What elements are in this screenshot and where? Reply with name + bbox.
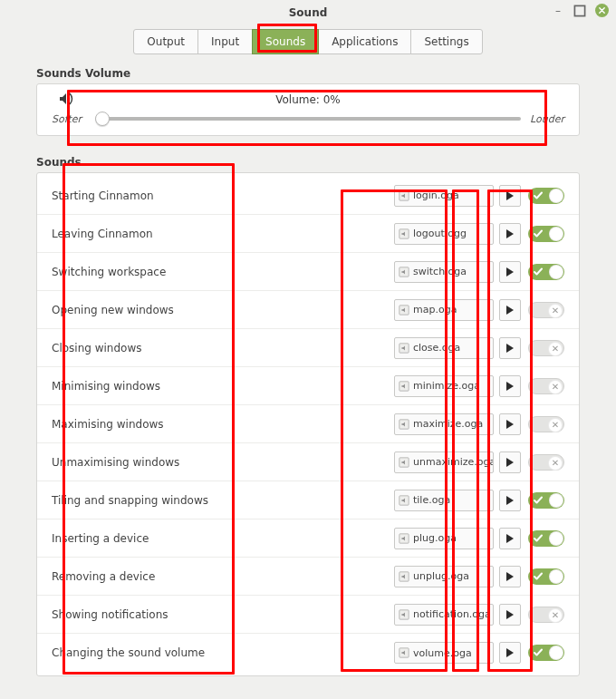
tab-sounds[interactable]: Sounds [252, 29, 319, 54]
sound-file-chooser[interactable]: plug.oga [394, 528, 494, 549]
sound-file-name: minimize.oga [413, 380, 480, 392]
audio-file-icon [399, 647, 409, 658]
tab-input[interactable]: Input [197, 29, 253, 54]
play-button[interactable] [499, 642, 521, 664]
sounds-section: Sounds Starting Cinnamonlogin.ogaLeaving… [36, 156, 580, 676]
sound-file-chooser[interactable]: map.oga [394, 299, 494, 321]
svg-marker-22 [506, 572, 514, 581]
audio-file-icon [399, 305, 409, 316]
check-icon [534, 647, 543, 660]
tab-applications[interactable]: Applications [318, 29, 411, 54]
audio-file-icon [399, 228, 409, 239]
sound-toggle[interactable] [528, 530, 564, 547]
sound-file-chooser[interactable]: volume.oga [394, 642, 494, 664]
sound-label: Minimising windows [52, 380, 305, 393]
volume-slider[interactable] [95, 112, 521, 126]
sound-file-chooser[interactable]: close.oga [394, 337, 494, 359]
play-button[interactable] [499, 604, 521, 626]
play-button[interactable] [499, 490, 521, 511]
svg-rect-0 [574, 5, 584, 15]
sounds-section-title: Sounds [36, 156, 580, 169]
sound-toggle[interactable] [528, 645, 564, 661]
minimize-button[interactable]: – [552, 5, 564, 17]
maximize-button[interactable] [573, 5, 586, 17]
sound-toggle[interactable] [528, 492, 564, 509]
sound-file-name: tile.oga [413, 494, 450, 506]
volume-slider-thumb[interactable] [95, 112, 110, 126]
svg-marker-16 [506, 458, 514, 467]
sound-toggle[interactable]: ✕ [528, 416, 564, 432]
play-button[interactable] [499, 299, 521, 321]
sound-file-chooser[interactable]: minimize.oga [394, 375, 494, 397]
sound-row: Removing a deviceunplug.oga [37, 558, 579, 596]
svg-marker-18 [506, 496, 514, 505]
volume-card: Volume: 0% Softer Louder [36, 83, 580, 136]
sound-file-name: login.oga [413, 189, 459, 201]
volume-slider-row: Softer Louder [52, 112, 564, 126]
sound-file-chooser[interactable]: notification.oga [394, 604, 494, 626]
sound-label: Maximising windows [52, 418, 305, 431]
svg-marker-14 [506, 420, 514, 429]
sound-file-name: map.oga [413, 304, 457, 316]
sound-label: Showing notifications [52, 608, 305, 621]
sound-label: Changing the sound volume [52, 646, 305, 659]
sound-toggle[interactable]: ✕ [528, 454, 564, 471]
titlebar: Sound – [0, 0, 616, 25]
volume-section: Sounds Volume Volume: 0% Softer Louder [36, 67, 580, 136]
window-controls: – [552, 4, 609, 17]
sound-row: Closing windowsclose.oga✕ [37, 329, 579, 367]
sound-file-chooser[interactable]: switch.oga [394, 261, 494, 283]
tab-settings[interactable]: Settings [410, 29, 482, 54]
check-icon [534, 267, 543, 279]
play-button[interactable] [499, 223, 521, 245]
sound-file-name: maximize.oga [413, 418, 483, 430]
play-button[interactable] [499, 337, 521, 359]
sound-row: Switching workspaceswitch.oga [37, 253, 579, 291]
play-button[interactable] [499, 413, 521, 435]
svg-marker-24 [506, 610, 514, 619]
cross-icon: ✕ [552, 420, 559, 430]
tab-output[interactable]: Output [133, 29, 198, 54]
volume-section-title: Sounds Volume [36, 67, 580, 80]
check-icon [534, 571, 543, 584]
svg-marker-26 [506, 648, 514, 657]
svg-marker-8 [506, 306, 514, 315]
play-button[interactable] [499, 528, 521, 549]
play-button[interactable] [499, 566, 521, 587]
sound-toggle[interactable] [528, 226, 564, 242]
audio-file-icon [399, 190, 409, 201]
play-button[interactable] [499, 451, 521, 473]
play-button[interactable] [499, 375, 521, 397]
audio-file-icon [399, 495, 409, 506]
audio-file-icon [399, 457, 409, 468]
sound-toggle[interactable]: ✕ [528, 340, 564, 356]
sound-toggle[interactable]: ✕ [528, 302, 564, 318]
sound-toggle[interactable] [528, 568, 564, 585]
sound-file-chooser[interactable]: tile.oga [394, 490, 494, 511]
check-icon [534, 190, 543, 203]
play-button[interactable] [499, 185, 521, 207]
svg-marker-2 [506, 191, 514, 200]
audio-file-icon [399, 381, 409, 392]
close-button[interactable] [595, 4, 609, 17]
play-button[interactable] [499, 261, 521, 283]
sound-file-chooser[interactable]: unplug.oga [394, 566, 494, 587]
check-icon [534, 495, 543, 508]
sound-toggle[interactable] [528, 188, 564, 204]
volume-label: Volume: 0% [275, 93, 341, 106]
svg-marker-4 [506, 229, 514, 238]
sound-file-chooser[interactable]: maximize.oga [394, 413, 494, 435]
sound-toggle[interactable]: ✕ [528, 607, 564, 623]
volume-louder-label: Louder [528, 113, 564, 125]
sound-file-chooser[interactable]: logout.ogg [394, 223, 494, 245]
sound-file-chooser[interactable]: unmaximize.oga [394, 451, 494, 473]
volume-icon [59, 92, 73, 108]
sound-file-name: close.oga [413, 342, 460, 354]
audio-file-icon [399, 419, 409, 430]
sound-toggle[interactable]: ✕ [528, 378, 564, 394]
sound-toggle[interactable] [528, 264, 564, 280]
sound-file-chooser[interactable]: login.oga [394, 185, 494, 207]
svg-marker-12 [506, 382, 514, 391]
sound-label: Closing windows [52, 342, 305, 354]
sound-file-name: unplug.oga [413, 570, 469, 582]
